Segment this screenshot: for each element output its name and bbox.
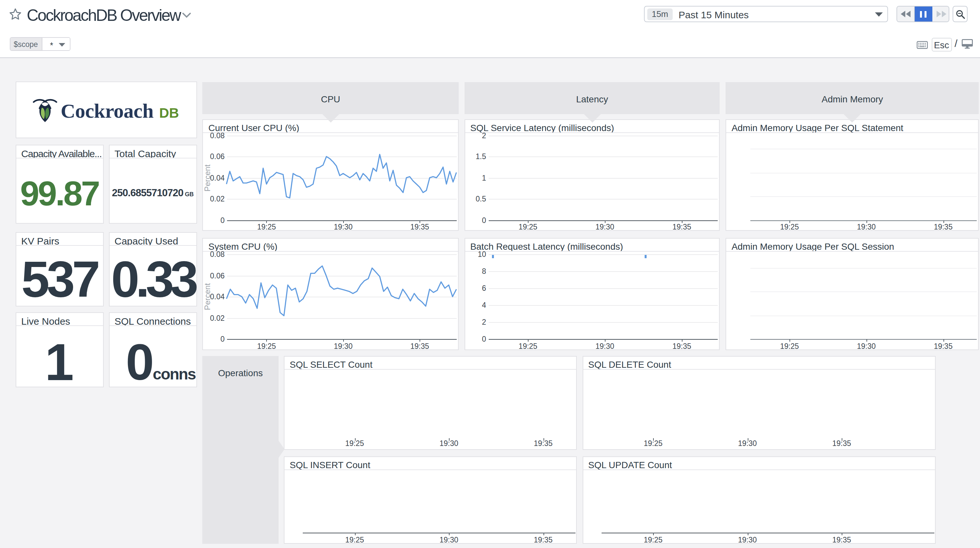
svg-text:DB: DB xyxy=(159,105,179,121)
svg-text:Cockroach: Cockroach xyxy=(60,100,153,122)
